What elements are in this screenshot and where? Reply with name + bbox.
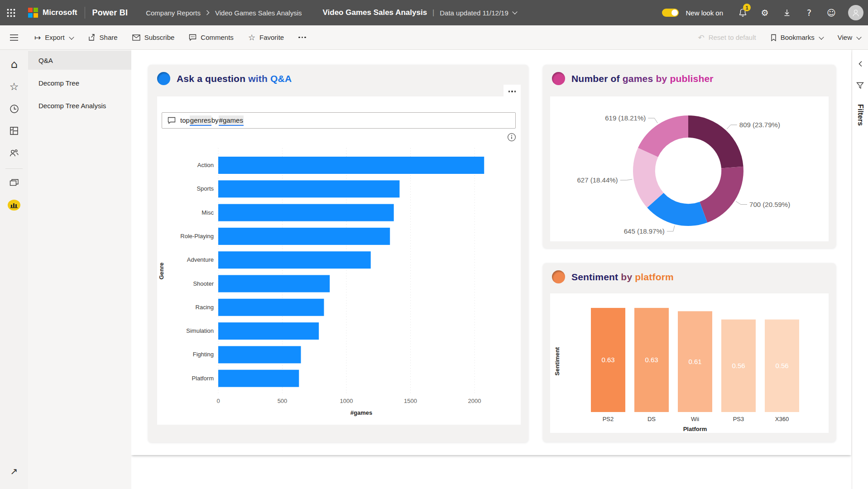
qna-visual-card: Ask a question with Q&A top genres by #g… bbox=[148, 65, 528, 442]
bar-racing[interactable] bbox=[218, 299, 324, 316]
comments-button[interactable]: Comments bbox=[189, 34, 234, 41]
category-label: Action bbox=[197, 162, 214, 168]
apps-button[interactable] bbox=[5, 122, 24, 140]
donut-label: 700 (20.59%) bbox=[749, 201, 790, 208]
bar-fighting[interactable] bbox=[218, 346, 301, 363]
apps-grid-icon bbox=[10, 126, 19, 135]
bar-shooter[interactable] bbox=[218, 275, 330, 292]
category-label: Role-Playing bbox=[180, 233, 214, 240]
help-icon: ? bbox=[807, 8, 811, 18]
favorites-star-icon: ☆ bbox=[10, 81, 19, 92]
home-button[interactable]: ⌂ bbox=[5, 55, 24, 73]
category-label: Adventure bbox=[187, 256, 214, 263]
feedback-button[interactable]: ☺ bbox=[822, 4, 840, 22]
bookmarks-chevron-icon bbox=[819, 34, 824, 39]
clock-icon bbox=[10, 104, 19, 114]
shared-with-me-button[interactable] bbox=[5, 144, 24, 162]
account-avatar[interactable] bbox=[848, 5, 863, 20]
qna-accent-dot-icon bbox=[157, 72, 170, 85]
notifications-button[interactable]: 1 bbox=[734, 4, 752, 22]
donut-slice-1[interactable] bbox=[700, 167, 743, 223]
donut-slice-0[interactable] bbox=[688, 115, 743, 168]
filters-button[interactable] bbox=[856, 82, 864, 91]
qna-bar-chart: 0500100015002000ActionSportsMiscRole-Pla… bbox=[157, 142, 521, 425]
bar-action[interactable] bbox=[218, 157, 484, 174]
x-tick-label: 500 bbox=[278, 398, 288, 404]
label-leader-line bbox=[620, 179, 633, 180]
value-label: 0.56 bbox=[732, 362, 745, 369]
pages-pane: Q&A Decomp Tree Decomp Tree Analysis bbox=[28, 50, 131, 489]
bar-simulation[interactable] bbox=[218, 322, 319, 340]
donut-label: 627 (18.44%) bbox=[577, 176, 618, 184]
report-title: Video Games Sales Analysis bbox=[323, 8, 427, 17]
report-toolbar: ↦ Export Share Subscribe Comments bbox=[0, 25, 868, 50]
sentiment-accent-dot-icon bbox=[552, 270, 565, 283]
download-button[interactable] bbox=[778, 4, 796, 22]
qna-info-button[interactable] bbox=[507, 133, 516, 142]
bar-adventure[interactable] bbox=[218, 251, 371, 268]
export-button[interactable]: ↦ Export bbox=[34, 33, 73, 42]
favorites-button[interactable]: ☆ bbox=[5, 77, 24, 96]
app-launcher-button[interactable] bbox=[0, 0, 22, 25]
bar-sports[interactable] bbox=[218, 180, 399, 197]
nav-pane-toggle[interactable] bbox=[0, 25, 28, 49]
sentiment-column-chart: 0.63PS20.63DS0.61Wii0.56PS30.56X360Platf… bbox=[550, 293, 829, 435]
x-axis-title: #games bbox=[350, 409, 372, 416]
expand-filters-button[interactable] bbox=[858, 61, 863, 68]
x-axis-title: Platform bbox=[683, 426, 707, 432]
chevron-left-icon bbox=[858, 61, 863, 67]
bar-platform[interactable] bbox=[218, 370, 299, 387]
bar-role-playing[interactable] bbox=[218, 228, 390, 245]
donut-label: 619 (18.21%) bbox=[605, 114, 646, 122]
page-label: Decomp Tree bbox=[38, 79, 79, 87]
bookmark-icon bbox=[771, 34, 777, 41]
favorite-button[interactable]: ☆ Favorite bbox=[248, 33, 284, 42]
expand-arrow-icon: ↗ bbox=[10, 466, 18, 477]
qna-question-input[interactable]: top genres by #games bbox=[162, 112, 516, 129]
reset-to-default-button[interactable]: ↶ Reset to default bbox=[698, 33, 756, 42]
value-label: 0.63 bbox=[601, 356, 614, 364]
title-dropdown-chevron-icon[interactable] bbox=[512, 9, 517, 14]
workspaces-button[interactable] bbox=[5, 174, 24, 192]
bookmarks-button[interactable]: Bookmarks bbox=[771, 34, 823, 41]
breadcrumb-report[interactable]: Video Games Sales Analysis bbox=[215, 9, 302, 17]
brand-divider bbox=[85, 7, 85, 19]
bar-misc[interactable] bbox=[218, 204, 394, 221]
x-tick-label: 1500 bbox=[404, 398, 417, 404]
recent-button[interactable] bbox=[5, 100, 24, 118]
x-tick-label: 1000 bbox=[340, 398, 353, 404]
notification-badge: 1 bbox=[743, 4, 751, 11]
page-item-decomp-tree-analysis[interactable]: Decomp Tree Analysis bbox=[28, 96, 131, 115]
envelope-icon bbox=[132, 34, 140, 41]
view-button[interactable]: View bbox=[838, 34, 861, 41]
top-app-bar: Microsoft Power BI Company Reports Video… bbox=[0, 0, 868, 25]
powerbi-wordmark: Power BI bbox=[92, 8, 128, 18]
qna-card-header: Ask a question with Q&A bbox=[157, 72, 292, 85]
sentiment-visual-card: Sentiment by platform 0.63PS20.63DS0.61W… bbox=[543, 263, 836, 442]
publisher-accent-dot-icon bbox=[552, 72, 565, 85]
help-button[interactable]: ? bbox=[800, 4, 818, 22]
expand-rail-button[interactable]: ↗ bbox=[5, 462, 24, 480]
speech-bubble-icon bbox=[168, 117, 176, 124]
page-item-decomp-tree[interactable]: Decomp Tree bbox=[28, 73, 131, 92]
view-chevron-icon bbox=[856, 34, 861, 39]
report-canvas: Ask a question with Q&A top genres by #g… bbox=[131, 50, 851, 455]
donut-label: 645 (18.97%) bbox=[624, 227, 665, 235]
people-icon bbox=[9, 149, 19, 157]
undo-icon: ↶ bbox=[698, 33, 704, 42]
current-report-button[interactable] bbox=[5, 196, 24, 214]
category-label: PS2 bbox=[603, 416, 614, 422]
more-options-button[interactable] bbox=[298, 37, 306, 38]
subscribe-button[interactable]: Subscribe bbox=[132, 34, 175, 41]
page-item-qa[interactable]: Q&A bbox=[28, 51, 131, 70]
qna-card-title: Ask a question with Q&A bbox=[177, 73, 292, 84]
donut-label: 809 (23.79%) bbox=[739, 121, 780, 129]
settings-button[interactable]: ⚙ bbox=[756, 4, 774, 22]
new-look-label: New look on bbox=[686, 9, 723, 17]
more-options-icon bbox=[508, 91, 510, 92]
home-icon: ⌂ bbox=[10, 58, 17, 71]
share-button[interactable]: Share bbox=[88, 34, 118, 41]
page-label: Decomp Tree Analysis bbox=[38, 102, 106, 110]
breadcrumb-section[interactable]: Company Reports bbox=[146, 9, 201, 17]
new-look-toggle[interactable] bbox=[662, 9, 679, 17]
